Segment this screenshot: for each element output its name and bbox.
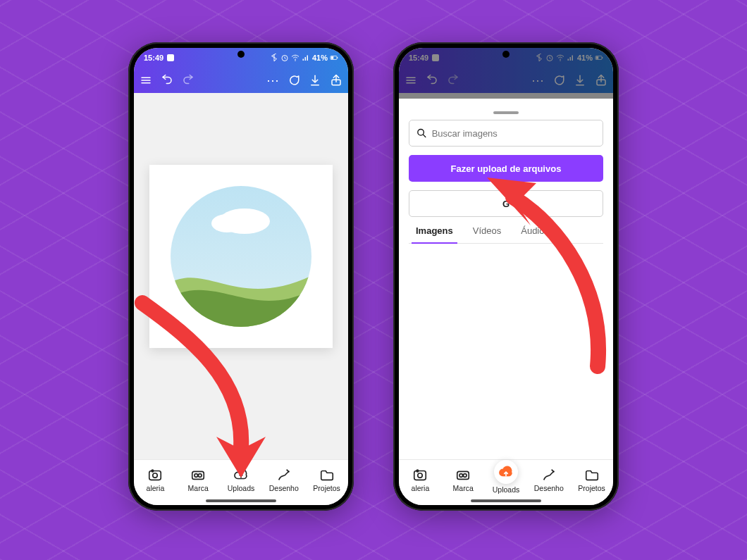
uploads-tabs: Imagens Vídeos Áudios (409, 221, 603, 244)
menu-icon[interactable] (405, 74, 417, 87)
more-icon[interactable]: ⋯ (266, 74, 279, 87)
search-field[interactable] (409, 120, 603, 147)
gallery-icon (412, 467, 428, 483)
uploads-sheet: Fazer upload de arquivos G Imagens Vídeo… (399, 104, 613, 459)
design-canvas[interactable] (134, 93, 348, 459)
svg-point-13 (211, 214, 242, 232)
landscape-placeholder (167, 182, 315, 330)
svg-point-16 (152, 470, 154, 472)
nav-uploads[interactable]: Uploads (485, 466, 528, 494)
svg-rect-0 (167, 54, 174, 61)
status-time: 15:49 (409, 54, 428, 62)
more-icon[interactable]: ⋯ (531, 74, 544, 87)
svg-rect-25 (596, 56, 599, 59)
folder-icon (319, 467, 335, 483)
nav-label: Uploads (228, 484, 255, 492)
svg-rect-26 (602, 57, 603, 58)
comment-icon[interactable] (288, 74, 300, 87)
nav-projetos[interactable]: Projetos (570, 467, 613, 492)
battery-text: 41% (312, 54, 328, 62)
brand-icon (455, 467, 471, 483)
upload-files-button[interactable]: Fazer upload de arquivos (409, 155, 603, 182)
nav-uploads[interactable]: Uploads (220, 467, 263, 492)
battery-icon (330, 54, 338, 62)
svg-rect-5 (337, 57, 338, 58)
draw-icon (541, 467, 557, 483)
tab-audios[interactable]: Áudios (521, 225, 549, 243)
alarm-icon (545, 54, 554, 62)
svg-point-37 (459, 474, 463, 478)
bottom-nav: aleria Marca Uploads Desenho Projetos (134, 459, 348, 505)
phone-mock-right: 15:49 41% ⋯ (393, 42, 619, 511)
svg-rect-14 (149, 471, 161, 480)
nav-label: aleria (147, 484, 165, 492)
home-indicator (471, 499, 541, 502)
svg-point-15 (153, 473, 157, 478)
status-time: 15:49 (144, 54, 163, 62)
nav-label: Desenho (534, 484, 564, 492)
undo-icon[interactable] (161, 74, 173, 87)
nav-label: Marca (453, 484, 474, 492)
nav-marca[interactable]: Marca (442, 467, 485, 492)
dimmed-canvas-peek (399, 93, 613, 99)
svg-rect-21 (432, 54, 439, 61)
svg-point-35 (416, 470, 419, 472)
download-icon[interactable] (574, 74, 586, 87)
app-icon (166, 54, 175, 62)
canvas-page[interactable] (149, 165, 333, 348)
svg-line-32 (423, 135, 425, 137)
svg-rect-33 (414, 471, 426, 480)
share-icon[interactable] (330, 74, 342, 87)
undo-icon[interactable] (426, 74, 438, 87)
top-toolbar: ⋯ (399, 68, 613, 93)
nav-projetos[interactable]: Projetos (305, 467, 348, 492)
camera-cutout (502, 51, 510, 58)
nav-galeria[interactable]: aleria (134, 467, 177, 492)
redo-icon[interactable] (447, 74, 459, 87)
share-icon[interactable] (595, 74, 607, 87)
redo-icon[interactable] (182, 74, 195, 87)
svg-point-2 (295, 60, 296, 61)
svg-rect-4 (331, 56, 334, 59)
svg-point-23 (560, 60, 561, 61)
battery-text: 41% (577, 54, 593, 62)
battery-icon (595, 54, 603, 62)
svg-point-19 (199, 474, 202, 478)
camera-cutout (237, 51, 245, 58)
comment-icon[interactable] (552, 74, 565, 87)
cloud-upload-icon (498, 464, 514, 480)
download-icon[interactable] (309, 74, 321, 87)
wifi-icon (291, 54, 300, 62)
signal-icon (567, 54, 575, 62)
app-icon (431, 54, 440, 62)
menu-icon[interactable] (140, 74, 152, 87)
nav-desenho[interactable]: Desenho (262, 467, 305, 492)
sheet-handle[interactable] (493, 111, 519, 114)
wifi-icon (556, 54, 564, 62)
tab-videos[interactable]: Vídeos (473, 225, 501, 243)
bottom-nav: aleria Marca Uploads Desenho Projetos (399, 459, 613, 505)
alarm-icon (280, 54, 289, 62)
tab-imagens[interactable]: Imagens (416, 225, 453, 243)
cloud-upload-icon (233, 467, 249, 483)
top-toolbar: ⋯ (134, 68, 348, 93)
phone-mock-left: 15:49 41% ⋯ (128, 42, 354, 511)
search-icon (416, 127, 427, 139)
nav-label: Desenho (269, 484, 299, 492)
secondary-button[interactable]: G (409, 190, 603, 217)
nav-label: aleria (412, 484, 430, 492)
folder-icon (584, 467, 600, 483)
home-indicator (206, 499, 276, 502)
nav-label: Projetos (313, 484, 340, 492)
nav-label: Uploads (493, 485, 520, 494)
nav-desenho[interactable]: Desenho (527, 467, 570, 492)
svg-point-34 (418, 473, 422, 478)
bluetooth-icon (535, 54, 543, 62)
nav-galeria[interactable]: aleria (399, 467, 442, 492)
bluetooth-icon (270, 54, 278, 62)
nav-marca[interactable]: Marca (177, 467, 220, 492)
search-input[interactable] (432, 128, 595, 139)
gallery-icon (147, 467, 163, 483)
nav-label: Projetos (578, 484, 605, 492)
nav-label: Marca (188, 484, 209, 492)
